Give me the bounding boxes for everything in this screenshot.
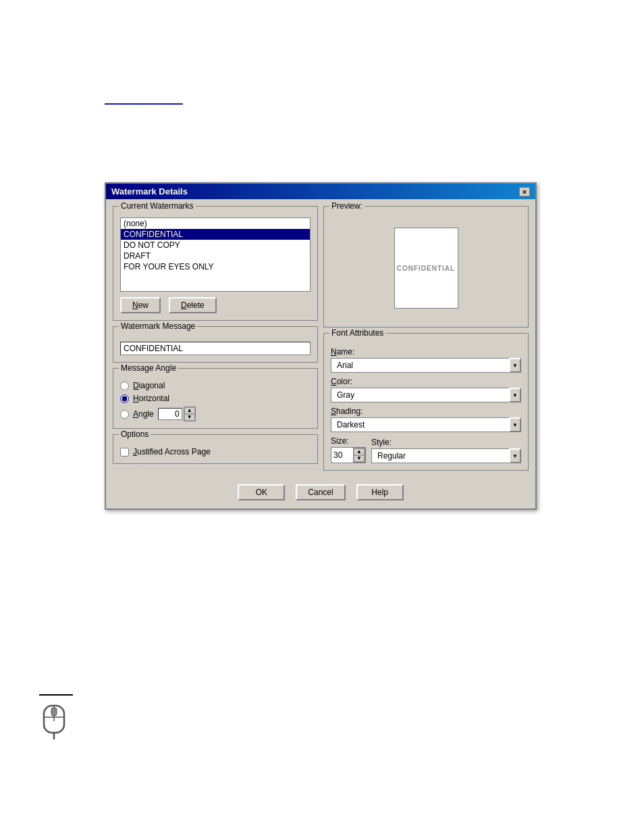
watermark-details-dialog: Watermark Details × Current Watermarks (… [105,182,537,510]
font-attributes-group: Font Attributes Name: Arial Times New Ro… [323,333,529,471]
new-button[interactable]: New [120,297,161,313]
options-group: Options Justified Across Page [113,434,318,464]
svg-rect-3 [51,708,57,716]
current-watermarks-group: Current Watermarks (none) CONFIDENTIAL D… [113,206,318,321]
size-label: Size: [331,436,366,446]
font-color-row: Color: Gray Black White ▼ [331,377,521,402]
message-angle-group: Message Angle Diagonal Horizontal Angle [113,368,318,429]
watermark-message-input[interactable] [120,342,311,355]
size-down-btn[interactable]: ▼ [354,455,365,462]
angle-input-wrap: ▲ ▼ [158,407,196,421]
horizontal-label: Horizontal [133,394,169,403]
delete-btn-underline: Delete [181,301,205,310]
watermark-message-group: Watermark Message [113,326,318,363]
size-input[interactable] [331,449,353,461]
watermark-message-label: Watermark Message [119,321,197,331]
mouse-icon [37,696,71,739]
angle-value-input[interactable] [158,408,182,420]
horizontal-radio[interactable] [120,394,129,403]
diagonal-label: Diagonal [133,381,165,390]
dialog-title: Watermark Details [111,186,188,197]
preview-watermark-text: CONFIDENTIAL [397,265,455,272]
size-input-wrap: ▲ ▼ [331,447,366,463]
font-shading-label: Shading: [331,407,521,416]
watermark-list[interactable]: (none) CONFIDENTIAL DO NOT COPY DRAFT FO… [120,217,311,292]
dialog-body: Current Watermarks (none) CONFIDENTIAL D… [106,199,535,477]
angle-down-btn[interactable]: ▼ [184,414,195,421]
justified-checkbox[interactable] [120,448,129,457]
preview-page: CONFIDENTIAL [394,228,458,309]
font-style-arrow[interactable]: ▼ [509,448,521,463]
right-column: Preview: CONFIDENTIAL Font Attributes Na… [323,206,529,471]
diagonal-radio[interactable] [120,382,129,390]
preview-area: CONFIDENTIAL [331,217,521,319]
font-color-select-wrap: Gray Black White ▼ [331,388,521,402]
justified-label: Justified Across Page [133,447,211,457]
font-color-arrow[interactable]: ▼ [509,388,521,402]
list-item[interactable]: (none) [121,218,310,229]
preview-group: Preview: CONFIDENTIAL [323,206,529,328]
font-style-select-wrap: Regular Bold Italic Bold Italic ▼ [371,448,521,463]
radio-group: Diagonal Horizontal Angle ▲ ▼ [120,381,311,421]
watermark-btn-row: New Delete [120,297,311,313]
angle-radio[interactable] [120,410,129,419]
size-up-btn[interactable]: ▲ [354,448,365,455]
close-button[interactable]: × [519,187,530,197]
preview-label: Preview: [329,201,365,211]
new-btn-underline: New [132,301,149,310]
list-item[interactable]: DO NOT COPY [121,240,310,251]
font-shading-select-wrap: Darkest Dark Medium Light Lightest ▼ [331,417,521,432]
options-label: Options [119,429,151,439]
font-name-arrow[interactable]: ▼ [509,358,521,373]
ok-button[interactable]: OK [238,484,285,500]
angle-up-btn[interactable]: ▲ [184,407,195,414]
font-name-select-wrap: Arial Times New Roman Courier New ▼ [331,358,521,373]
size-col: Size: ▲ ▼ [331,436,366,463]
diagonal-row: Diagonal [120,381,311,390]
cancel-button[interactable]: Cancel [296,484,345,500]
style-col: Style: Regular Bold Italic Bold Italic ▼ [371,438,521,463]
style-label: Style: [371,438,521,447]
delete-button[interactable]: Delete [169,297,217,313]
page-link[interactable]: ________________ [105,95,183,105]
font-shading-arrow[interactable]: ▼ [509,417,521,432]
angle-label: Angle [133,409,154,419]
font-color-label: Color: [331,377,521,386]
font-shading-select[interactable]: Darkest Dark Medium Light Lightest [331,417,521,432]
message-angle-label: Message Angle [119,363,178,373]
horizontal-row: Horizontal [120,394,311,403]
dialog-footer: OK Cancel Help [106,477,535,509]
size-spinner: ▲ ▼ [353,448,365,463]
font-name-select[interactable]: Arial Times New Roman Courier New [331,358,521,373]
font-style-select[interactable]: Regular Bold Italic Bold Italic [371,448,521,463]
list-item[interactable]: CONFIDENTIAL [121,229,310,240]
angle-spinner: ▲ ▼ [184,407,196,421]
size-style-row: Size: ▲ ▼ Style: Re [331,436,521,463]
font-shading-row: Shading: Darkest Dark Medium Light Light… [331,407,521,432]
font-name-label: Name: [331,347,521,357]
font-name-row: Name: Arial Times New Roman Courier New … [331,347,521,373]
left-column: Current Watermarks (none) CONFIDENTIAL D… [113,206,318,471]
dialog-titlebar: Watermark Details × [106,184,535,199]
help-button[interactable]: Help [356,484,404,500]
list-item[interactable]: FOR YOUR EYES ONLY [121,261,310,272]
angle-row: Angle ▲ ▼ [120,407,311,421]
current-watermarks-label: Current Watermarks [119,201,196,211]
font-attributes-label: Font Attributes [329,328,385,338]
list-item[interactable]: DRAFT [121,251,310,261]
options-row: Justified Across Page [120,447,311,457]
font-color-select[interactable]: Gray Black White [331,388,521,402]
